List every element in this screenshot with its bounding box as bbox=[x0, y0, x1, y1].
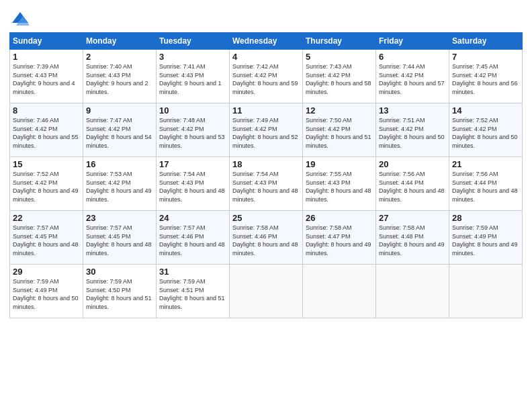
day-number: 22 bbox=[13, 213, 80, 223]
calendar-week-4: 22 Sunrise: 7:57 AMSunset: 4:45 PMDaylig… bbox=[10, 211, 523, 265]
day-number: 18 bbox=[232, 159, 300, 169]
logo-icon bbox=[11, 9, 30, 28]
cell-info: Sunrise: 7:56 AMSunset: 4:44 PMDaylight:… bbox=[379, 170, 446, 203]
calendar-cell: 8 Sunrise: 7:46 AMSunset: 4:42 PMDayligh… bbox=[10, 103, 83, 157]
calendar: SundayMondayTuesdayWednesdayThursdayFrid… bbox=[9, 32, 523, 318]
logo bbox=[9, 9, 30, 28]
day-number: 13 bbox=[379, 105, 446, 116]
day-number: 19 bbox=[306, 159, 373, 169]
cell-info: Sunrise: 7:56 AMSunset: 4:44 PMDaylight:… bbox=[452, 170, 519, 203]
day-number: 7 bbox=[452, 52, 519, 62]
cell-info: Sunrise: 7:59 AMSunset: 4:50 PMDaylight:… bbox=[86, 277, 153, 311]
dow-header-monday: Monday bbox=[83, 33, 157, 50]
calendar-cell: 3 Sunrise: 7:41 AMSunset: 4:43 PMDayligh… bbox=[157, 50, 230, 103]
dow-header-friday: Friday bbox=[376, 33, 449, 50]
cell-info: Sunrise: 7:49 AMSunset: 4:42 PMDaylight:… bbox=[232, 116, 300, 150]
day-number: 25 bbox=[232, 213, 300, 223]
day-number: 23 bbox=[86, 213, 153, 223]
calendar-cell: 11 Sunrise: 7:49 AMSunset: 4:42 PMDaylig… bbox=[230, 103, 303, 157]
calendar-week-3: 15 Sunrise: 7:52 AMSunset: 4:42 PMDaylig… bbox=[10, 157, 523, 211]
calendar-cell: 1 Sunrise: 7:39 AMSunset: 4:43 PMDayligh… bbox=[10, 50, 83, 103]
header bbox=[9, 7, 523, 28]
cell-info: Sunrise: 7:54 AMSunset: 4:43 PMDaylight:… bbox=[159, 170, 226, 203]
calendar-cell: 16 Sunrise: 7:53 AMSunset: 4:42 PMDaylig… bbox=[83, 157, 157, 211]
calendar-cell: 2 Sunrise: 7:40 AMSunset: 4:43 PMDayligh… bbox=[83, 50, 157, 103]
day-number: 31 bbox=[159, 267, 226, 277]
day-number: 8 bbox=[13, 105, 80, 116]
cell-info: Sunrise: 7:57 AMSunset: 4:46 PMDaylight:… bbox=[159, 224, 226, 257]
cell-info: Sunrise: 7:55 AMSunset: 4:43 PMDaylight:… bbox=[306, 170, 373, 203]
cell-info: Sunrise: 7:41 AMSunset: 4:43 PMDaylight:… bbox=[159, 62, 226, 96]
calendar-cell: 24 Sunrise: 7:57 AMSunset: 4:46 PMDaylig… bbox=[157, 211, 230, 265]
cell-info: Sunrise: 7:57 AMSunset: 4:45 PMDaylight:… bbox=[86, 224, 153, 257]
cell-info: Sunrise: 7:47 AMSunset: 4:42 PMDaylight:… bbox=[86, 116, 153, 150]
cell-info: Sunrise: 7:57 AMSunset: 4:45 PMDaylight:… bbox=[13, 224, 80, 257]
day-number: 3 bbox=[159, 52, 226, 62]
calendar-cell: 14 Sunrise: 7:52 AMSunset: 4:42 PMDaylig… bbox=[449, 103, 523, 157]
cell-info: Sunrise: 7:58 AMSunset: 4:47 PMDaylight:… bbox=[306, 224, 373, 257]
day-number: 28 bbox=[452, 213, 519, 223]
cell-info: Sunrise: 7:43 AMSunset: 4:42 PMDaylight:… bbox=[306, 62, 373, 96]
cell-info: Sunrise: 7:52 AMSunset: 4:42 PMDaylight:… bbox=[452, 116, 519, 150]
calendar-week-2: 8 Sunrise: 7:46 AMSunset: 4:42 PMDayligh… bbox=[10, 103, 523, 157]
cell-info: Sunrise: 7:42 AMSunset: 4:42 PMDaylight:… bbox=[232, 62, 300, 96]
day-number: 6 bbox=[379, 52, 446, 62]
cell-info: Sunrise: 7:39 AMSunset: 4:43 PMDaylight:… bbox=[13, 62, 80, 96]
day-number: 27 bbox=[379, 213, 446, 223]
calendar-cell: 25 Sunrise: 7:58 AMSunset: 4:46 PMDaylig… bbox=[230, 211, 303, 265]
day-number: 21 bbox=[452, 159, 519, 169]
calendar-cell: 22 Sunrise: 7:57 AMSunset: 4:45 PMDaylig… bbox=[10, 211, 83, 265]
page: SundayMondayTuesdayWednesdayThursdayFrid… bbox=[0, 0, 532, 411]
calendar-cell: 27 Sunrise: 7:58 AMSunset: 4:48 PMDaylig… bbox=[376, 211, 449, 265]
dow-header-tuesday: Tuesday bbox=[157, 33, 230, 50]
cell-info: Sunrise: 7:59 AMSunset: 4:51 PMDaylight:… bbox=[159, 277, 226, 311]
calendar-cell bbox=[376, 265, 449, 318]
cell-info: Sunrise: 7:59 AMSunset: 4:49 PMDaylight:… bbox=[452, 224, 519, 257]
cell-info: Sunrise: 7:59 AMSunset: 4:49 PMDaylight:… bbox=[13, 277, 80, 311]
calendar-cell: 9 Sunrise: 7:47 AMSunset: 4:42 PMDayligh… bbox=[83, 103, 157, 157]
day-number: 5 bbox=[306, 52, 373, 62]
day-number: 14 bbox=[452, 105, 519, 116]
calendar-cell: 4 Sunrise: 7:42 AMSunset: 4:42 PMDayligh… bbox=[230, 50, 303, 103]
calendar-cell: 12 Sunrise: 7:50 AMSunset: 4:42 PMDaylig… bbox=[303, 103, 376, 157]
calendar-cell: 30 Sunrise: 7:59 AMSunset: 4:50 PMDaylig… bbox=[83, 265, 157, 318]
calendar-week-5: 29 Sunrise: 7:59 AMSunset: 4:49 PMDaylig… bbox=[10, 265, 523, 318]
calendar-cell: 6 Sunrise: 7:44 AMSunset: 4:42 PMDayligh… bbox=[376, 50, 449, 103]
cell-info: Sunrise: 7:58 AMSunset: 4:48 PMDaylight:… bbox=[379, 224, 446, 257]
dow-header-saturday: Saturday bbox=[449, 33, 523, 50]
day-number: 29 bbox=[13, 267, 80, 277]
day-number: 12 bbox=[306, 105, 373, 116]
calendar-week-1: 1 Sunrise: 7:39 AMSunset: 4:43 PMDayligh… bbox=[10, 50, 523, 103]
calendar-cell: 21 Sunrise: 7:56 AMSunset: 4:44 PMDaylig… bbox=[449, 157, 523, 211]
calendar-cell: 26 Sunrise: 7:58 AMSunset: 4:47 PMDaylig… bbox=[303, 211, 376, 265]
day-number: 9 bbox=[86, 105, 153, 116]
day-number: 11 bbox=[232, 105, 300, 116]
day-of-week-row: SundayMondayTuesdayWednesdayThursdayFrid… bbox=[10, 33, 523, 50]
day-number: 20 bbox=[379, 159, 446, 169]
cell-info: Sunrise: 7:51 AMSunset: 4:42 PMDaylight:… bbox=[379, 116, 446, 150]
calendar-cell bbox=[303, 265, 376, 318]
calendar-body: 1 Sunrise: 7:39 AMSunset: 4:43 PMDayligh… bbox=[10, 50, 523, 318]
day-number: 15 bbox=[13, 159, 80, 169]
calendar-cell: 23 Sunrise: 7:57 AMSunset: 4:45 PMDaylig… bbox=[83, 211, 157, 265]
day-number: 1 bbox=[13, 52, 80, 62]
day-number: 16 bbox=[86, 159, 153, 169]
day-number: 17 bbox=[159, 159, 226, 169]
calendar-cell bbox=[230, 265, 303, 318]
calendar-cell bbox=[449, 265, 523, 318]
calendar-cell: 15 Sunrise: 7:52 AMSunset: 4:42 PMDaylig… bbox=[10, 157, 83, 211]
dow-header-wednesday: Wednesday bbox=[230, 33, 303, 50]
day-number: 10 bbox=[159, 105, 226, 116]
cell-info: Sunrise: 7:44 AMSunset: 4:42 PMDaylight:… bbox=[379, 62, 446, 96]
calendar-cell: 31 Sunrise: 7:59 AMSunset: 4:51 PMDaylig… bbox=[157, 265, 230, 318]
calendar-cell: 20 Sunrise: 7:56 AMSunset: 4:44 PMDaylig… bbox=[376, 157, 449, 211]
cell-info: Sunrise: 7:45 AMSunset: 4:42 PMDaylight:… bbox=[452, 62, 519, 96]
calendar-cell: 28 Sunrise: 7:59 AMSunset: 4:49 PMDaylig… bbox=[449, 211, 523, 265]
day-number: 26 bbox=[306, 213, 373, 223]
cell-info: Sunrise: 7:52 AMSunset: 4:42 PMDaylight:… bbox=[13, 170, 80, 203]
dow-header-sunday: Sunday bbox=[10, 33, 83, 50]
calendar-cell: 7 Sunrise: 7:45 AMSunset: 4:42 PMDayligh… bbox=[449, 50, 523, 103]
cell-info: Sunrise: 7:54 AMSunset: 4:43 PMDaylight:… bbox=[232, 170, 300, 203]
cell-info: Sunrise: 7:46 AMSunset: 4:42 PMDaylight:… bbox=[13, 116, 80, 150]
calendar-cell: 10 Sunrise: 7:48 AMSunset: 4:42 PMDaylig… bbox=[157, 103, 230, 157]
